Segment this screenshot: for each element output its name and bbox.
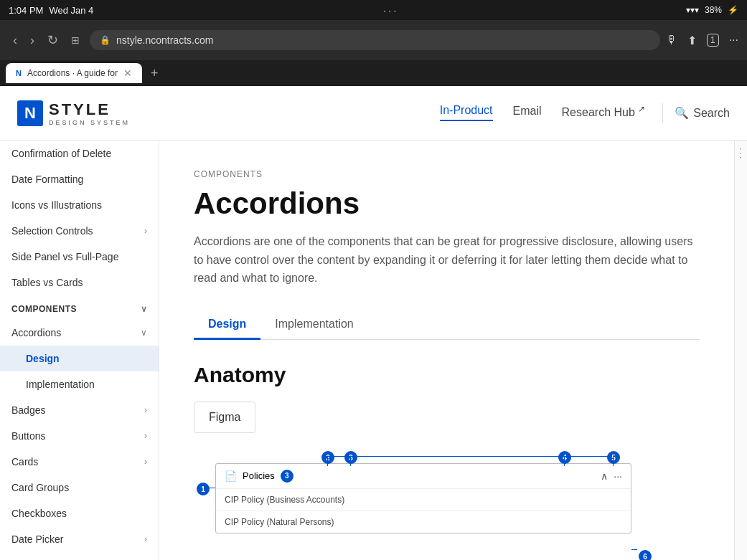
sidebar-item-label: Card Groups [11, 482, 147, 493]
sidebar-item-label: Date Picker [11, 533, 144, 545]
app-layout: Confirmation of Delete Date Formatting I… [0, 141, 747, 560]
annotation-6: 6 [639, 549, 652, 560]
sidebar-item-selection-controls[interactable]: Selection Controls › [0, 218, 159, 244]
chevron-right-icon: › [144, 226, 147, 236]
url-text: nstyle.ncontracts.com [116, 34, 213, 46]
section-header-label: COMPONENTS [11, 304, 77, 314]
sidebar-item-side-panel[interactable]: Side Panel vs Full-Page [0, 244, 159, 270]
microphone-icon[interactable]: 🎙 [666, 34, 677, 47]
figma-button[interactable]: Figma [194, 402, 255, 433]
wifi-icon: ▾▾▾ [686, 5, 699, 15]
line-6 [631, 549, 637, 550]
chevron-up-icon: ∧ [601, 470, 608, 482]
battery-text: 38% [705, 5, 722, 15]
line-5 [613, 456, 614, 466]
date: Wed Jan 4 [49, 5, 93, 16]
accordion-row-1: CIP Policy (Business Accounts) [216, 488, 631, 511]
annotation-2: 2 [321, 450, 334, 465]
logo-style-text: STYLE [49, 100, 130, 119]
chevron-right-icon: › [144, 457, 147, 467]
accordion-header: 📄 Policies 3 ∧ ··· [216, 464, 631, 488]
share-icon[interactable]: ⬆ [687, 34, 697, 47]
nav-email[interactable]: Email [513, 105, 542, 120]
line-3 [350, 456, 351, 466]
page-title: Accordions [194, 186, 700, 221]
more-icon[interactable]: ··· [729, 34, 738, 47]
tab-bar: N Accordions · A guide for ✕ + [0, 60, 747, 86]
nav-buttons: ‹ › ↻ ⊞ [9, 29, 84, 51]
status-bar-left: 1:04 PM Wed Jan 4 [9, 5, 93, 16]
status-bar: 1:04 PM Wed Jan 4 · · · ▾▾▾ 38% ⚡ [0, 0, 747, 20]
tab-close-button[interactable]: ✕ [123, 67, 132, 79]
more-options-icon: ··· [614, 470, 622, 482]
sidebar-item-card-groups[interactable]: Card Groups [0, 475, 159, 500]
top-anno-line [325, 456, 612, 457]
browser-chrome: ‹ › ↻ ⊞ 🔒 nstyle.ncontracts.com 🎙 ⬆ 1 ··… [0, 20, 747, 60]
sidebar-item-tables-vs-cards[interactable]: Tables vs Cards [0, 270, 159, 295]
main-content: COMPONENTS Accordions Accordions are one… [159, 141, 734, 560]
logo-n-badge: N [17, 100, 43, 126]
line-2 [327, 456, 328, 466]
right-panel: ··· [734, 141, 747, 560]
sidebar-section-components: COMPONENTS ∨ [0, 295, 159, 320]
sidebar-item-label: Design [26, 353, 147, 364]
accordion-icon: 📄 [225, 470, 237, 482]
browser-icons: 🎙 ⬆ 1 ··· [666, 34, 738, 47]
sidebar-item-dropdowns[interactable]: Dropdowns › [0, 552, 159, 560]
reader-button[interactable]: ⊞ [67, 32, 84, 49]
sidebar-item-label: Side Panel vs Full-Page [11, 251, 147, 262]
nav-in-product[interactable]: In-Product [440, 104, 493, 121]
sidebar-item-cards[interactable]: Cards › [0, 449, 159, 475]
chevron-down-icon: ∨ [141, 304, 148, 314]
tab-implementation[interactable]: Implementation [260, 310, 367, 340]
breadcrumb: COMPONENTS [194, 169, 700, 179]
status-bar-center: · · · [383, 5, 396, 16]
sidebar-item-label: Accordions [11, 327, 141, 338]
sidebar-item-label: Buttons [11, 430, 144, 442]
sidebar-item-accordions[interactable]: Accordions ∨ [0, 320, 159, 346]
dots-icon: · · · [383, 5, 396, 16]
search-button[interactable]: 🔍 Search [675, 106, 730, 120]
sidebar-item-icons[interactable]: Icons vs Illustrations [0, 192, 159, 218]
accordion-row-2: CIP Policy (Natural Persons) [216, 511, 631, 533]
sidebar: Confirmation of Delete Date Formatting I… [0, 141, 159, 560]
content-tabs: Design Implementation [194, 310, 700, 340]
sidebar-item-accordions-design[interactable]: Design [0, 346, 159, 371]
sidebar-item-date-picker[interactable]: Date Picker › [0, 526, 159, 552]
nav-research-hub[interactable]: Research Hub ↗ [562, 104, 646, 122]
sidebar-item-buttons[interactable]: Buttons › [0, 423, 159, 449]
sidebar-item-label: Cards [11, 456, 144, 468]
sidebar-item-label: Badges [11, 404, 144, 416]
chevron-right-icon: › [144, 534, 147, 544]
sidebar-item-label: Date Formatting [11, 174, 147, 185]
chevron-right-icon: › [144, 405, 147, 415]
annotation-1: 1 [197, 482, 210, 496]
sidebar-item-confirmation[interactable]: Confirmation of Delete [0, 141, 159, 166]
sidebar-item-label: Icons vs Illustrations [11, 199, 147, 211]
reload-button[interactable]: ↻ [43, 29, 62, 51]
tab-design[interactable]: Design [194, 310, 260, 340]
accordion-title: Policies [243, 470, 275, 481]
sidebar-item-badges[interactable]: Badges › [0, 397, 159, 423]
page-description: Accordions are one of the components tha… [194, 232, 700, 288]
sidebar-item-label: Checkboxes [11, 508, 147, 519]
nav-divider [662, 103, 663, 123]
accordion-container: 📄 Policies 3 ∧ ··· CIP Policy (Business … [215, 463, 631, 533]
sidebar-item-checkboxes[interactable]: Checkboxes [0, 500, 159, 526]
sidebar-item-date-formatting[interactable]: Date Formatting [0, 166, 159, 192]
back-button[interactable]: ‹ [9, 30, 22, 51]
logo[interactable]: N STYLE DESIGN SYSTEM [17, 100, 130, 126]
new-tab-button[interactable]: + [151, 66, 159, 81]
sidebar-item-label: Selection Controls [11, 225, 144, 237]
sidebar-item-accordions-implementation[interactable]: Implementation [0, 371, 159, 397]
forward-button[interactable]: › [26, 30, 39, 51]
sidebar-item-label: Tables vs Cards [11, 277, 147, 288]
line-4 [564, 456, 565, 466]
tabs-icon[interactable]: 1 [707, 34, 719, 47]
annotation-5: 5 [607, 450, 620, 465]
address-bar[interactable]: 🔒 nstyle.ncontracts.com [90, 30, 660, 50]
logo-text: STYLE DESIGN SYSTEM [49, 100, 130, 126]
active-tab[interactable]: N Accordions · A guide for ✕ [6, 63, 142, 83]
sidebar-item-label: Confirmation of Delete [11, 148, 147, 159]
accordion-badge: 3 [281, 470, 293, 483]
